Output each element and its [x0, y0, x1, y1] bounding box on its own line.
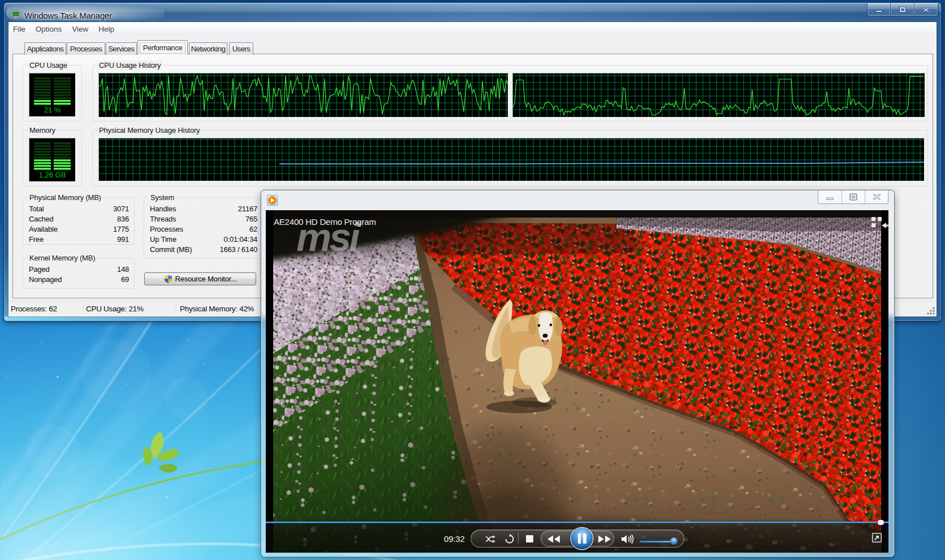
svg-text:21 %: 21 %: [44, 106, 61, 114]
svg-text:1.26 GB: 1.26 GB: [39, 171, 66, 179]
svg-text:AE2400 HD Demo Program: AE2400 HD Demo Program: [274, 217, 376, 227]
